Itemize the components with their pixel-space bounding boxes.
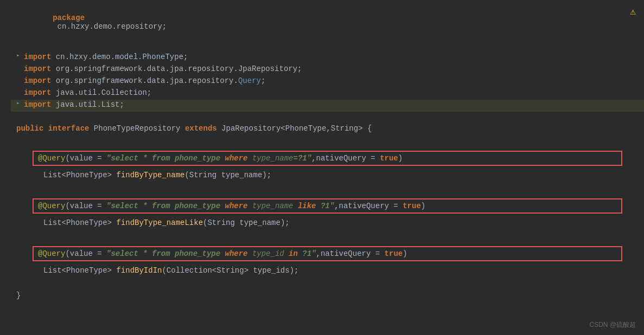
query-param-2: ?1" <box>316 202 335 210</box>
query-in-3: in <box>284 249 298 258</box>
import-2-text: org.springframework.data.jpa.repository.… <box>51 65 302 73</box>
query-string-2: "select * from phone_type <box>106 202 225 210</box>
line-blank-3 <box>11 136 644 147</box>
line-blank-1 <box>11 40 644 52</box>
code-editor: ⚠ package cn.hzxy.demo.repository; ➤ imp… <box>0 0 644 335</box>
close-brace-text: } <box>16 291 21 300</box>
query-true-1: true <box>380 154 398 163</box>
query-field-2: type_name <box>248 202 294 210</box>
line-blank-4 <box>11 183 644 195</box>
keyword-import-3: import <box>24 76 51 85</box>
gutter-icon-1: ➤ <box>16 53 22 59</box>
line-blank-2 <box>11 112 644 124</box>
import-1-text: cn.hzxy.demo.model.PhoneType; <box>51 53 188 61</box>
query-field-3: type_id <box>248 249 284 258</box>
line-close-brace: } <box>11 291 644 302</box>
method-2-params: (String type_name); <box>203 218 290 227</box>
line-method-2: List<PhoneType> findByType_nameLike(Stri… <box>11 218 644 230</box>
kw-extends: extends <box>185 124 217 133</box>
query-param-3: ?1" <box>298 249 316 258</box>
line-class-decl: public interface PhoneTypeRepository ext… <box>11 124 644 136</box>
method-1-name: findByType_name <box>116 171 184 179</box>
method-1-params: (String type_name); <box>184 171 271 179</box>
kw-interface: interface <box>48 124 90 133</box>
line-blank-5 <box>11 231 644 243</box>
gutter-icon-5: ➤ <box>16 100 22 107</box>
query-block-2: @Query(value = "select * from phone_type… <box>33 198 622 214</box>
keyword-import-4: import <box>24 88 51 97</box>
method-2-name: findByType_nameLike <box>116 218 203 227</box>
query-where-1: where <box>225 154 247 163</box>
line-import-4: import java.util.Collection; <box>11 88 644 100</box>
method-3-params: (Collection<String> type_ids); <box>162 266 298 275</box>
method-1-return: List<PhoneType> <box>43 171 116 179</box>
import-query-class: Query <box>238 76 261 85</box>
query-block-3: @Query(value = "select * from phone_type… <box>33 246 622 261</box>
line-package: package cn.hzxy.demo.repository; <box>11 4 644 40</box>
query-like-2: like <box>294 202 316 210</box>
line-import-5: ➤ import java.util.List; <box>11 100 644 112</box>
watermark: CSDN @硫酸超 <box>589 320 636 330</box>
code-area: package cn.hzxy.demo.repository; ➤ impor… <box>0 0 644 307</box>
line-blank-6 <box>11 279 644 291</box>
line-import-2: import org.springframework.data.jpa.repo… <box>11 64 644 76</box>
annotation-2: @Query <box>38 202 65 210</box>
keyword-import-5: import <box>24 100 51 109</box>
method-3-return: List<PhoneType> <box>43 266 116 275</box>
query-string-1: "select * from phone_type <box>106 154 225 163</box>
line-import-1: ➤ import cn.hzxy.demo.model.PhoneType; <box>11 52 644 64</box>
query-string-3: "select * from phone_type <box>106 249 225 258</box>
line-method-1: List<PhoneType> findByType_name(String t… <box>11 170 644 182</box>
line-method-3: List<PhoneType> findByIdIn(Collection<St… <box>11 266 644 278</box>
kw-public: public <box>16 124 43 133</box>
query-true-3: true <box>385 249 403 258</box>
keyword-import-1: import <box>24 53 51 61</box>
method-2-return: List<PhoneType> <box>43 218 116 227</box>
package-name: cn.hzxy.demo.repository; <box>53 22 167 31</box>
line-import-3: import org.springframework.data.jpa.repo… <box>11 76 644 88</box>
query-true-2: true <box>403 202 421 210</box>
method-3-name: findByIdIn <box>116 266 162 275</box>
annotation-3: @Query <box>38 249 65 258</box>
query-where-3: where <box>225 249 247 258</box>
annotation-1: @Query <box>38 154 65 163</box>
query-block-1: @Query(value = "select * from phone_type… <box>33 151 622 166</box>
query-field-1: type_name <box>248 154 294 163</box>
query-where-2: where <box>225 202 247 210</box>
import-5-text: java.util.List; <box>51 100 124 109</box>
import-3-text: org.springframework.data.jpa.repository. <box>51 76 238 85</box>
keyword-import-2: import <box>24 65 51 73</box>
keyword-package: package <box>53 14 85 22</box>
import-4-text: java.util.Collection; <box>51 88 151 97</box>
query-eq-1: =?1" <box>294 154 312 163</box>
